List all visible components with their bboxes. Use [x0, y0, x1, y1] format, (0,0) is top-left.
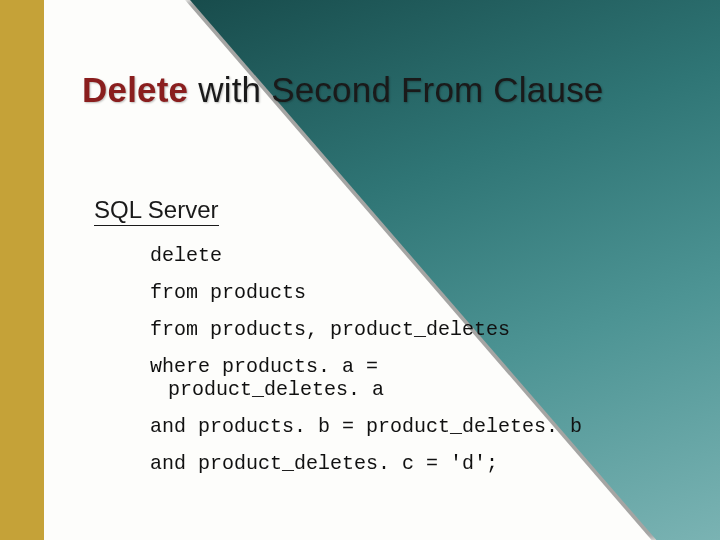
- content-area: Delete with Second From Clause SQL Serve…: [0, 0, 720, 540]
- code-text: product_deletes. a: [150, 378, 384, 401]
- code-line: and product_deletes. c = 'd';: [150, 452, 670, 475]
- slide: Delete with Second From Clause SQL Serve…: [0, 0, 720, 540]
- title-rest: with Second From Clause: [188, 70, 603, 109]
- code-block: delete from products from products, prod…: [150, 244, 670, 489]
- subtitle: SQL Server: [94, 196, 219, 226]
- code-line: and products. b = product_deletes. b: [150, 415, 670, 438]
- code-line: from products: [150, 281, 670, 304]
- slide-title: Delete with Second From Clause: [82, 70, 604, 110]
- code-line: from products, product_deletes: [150, 318, 670, 341]
- code-line: delete: [150, 244, 670, 267]
- code-line: where products. a = product_deletes. a: [150, 355, 670, 401]
- title-emph: Delete: [82, 70, 188, 109]
- code-text: where products. a =: [150, 355, 378, 378]
